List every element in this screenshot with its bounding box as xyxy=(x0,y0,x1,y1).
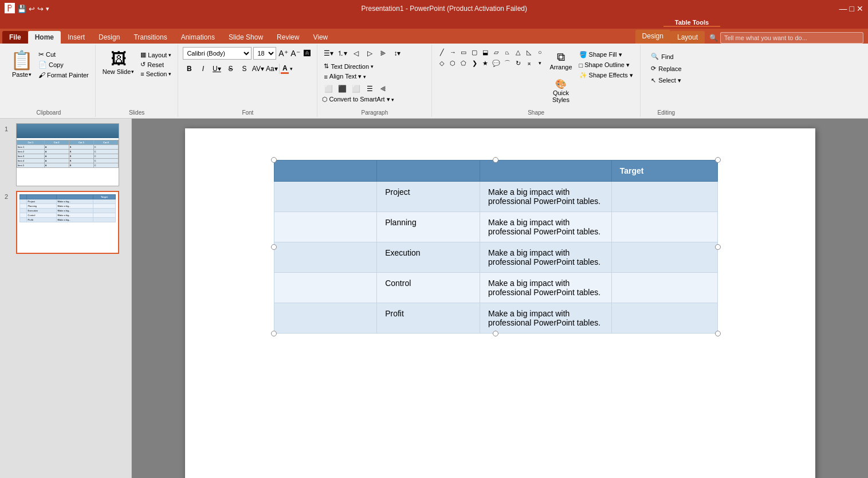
shape-pentagon[interactable]: ⬠ xyxy=(458,58,469,68)
undo-icon[interactable]: ↩ xyxy=(29,5,35,13)
shape-effects-button[interactable]: ✨ Shape Effects ▾ xyxy=(577,71,635,80)
row3-col4[interactable] xyxy=(611,242,717,273)
increase-font-size-button[interactable]: A⁺ xyxy=(278,48,288,58)
cut-button[interactable]: ✂ Cut xyxy=(37,50,91,59)
row4-col3[interactable]: Make a big impact with professional Powe… xyxy=(480,273,611,303)
slide-canvas[interactable]: Target Project Make a big impact with pr… xyxy=(185,128,815,478)
replace-button[interactable]: ⟳ Replace xyxy=(649,64,684,73)
handle-bot-center[interactable] xyxy=(493,331,498,336)
row2-col1[interactable] xyxy=(274,212,377,242)
col-count-button[interactable]: ⫷ xyxy=(377,83,390,95)
row1-col1[interactable] xyxy=(274,182,377,212)
col-button[interactable]: ⫸ xyxy=(377,47,390,60)
copy-button[interactable]: 📄 Copy xyxy=(37,60,91,69)
shape-snip-rect[interactable]: ⬓ xyxy=(480,47,490,57)
maximize-button[interactable]: □ xyxy=(850,4,854,13)
convert-smartart-dropdown[interactable]: ▾ xyxy=(391,97,394,103)
align-text-button[interactable]: ≡ Align Text ▾ ▾ xyxy=(322,72,368,81)
handle-top-left[interactable] xyxy=(271,157,277,163)
reset-button[interactable]: ↺ Reset xyxy=(139,60,173,69)
search-input[interactable] xyxy=(720,32,863,44)
arrange-button[interactable]: ⧉ Arrange xyxy=(547,47,574,74)
numbering-button[interactable]: ⒈▾ xyxy=(336,47,348,60)
select-button[interactable]: ↖ Select ▾ xyxy=(649,76,684,85)
shape-fill-button[interactable]: 🪣 Shape Fill ▾ xyxy=(577,50,635,59)
increase-indent-button[interactable]: ▷ xyxy=(363,47,376,60)
section-dropdown-icon[interactable]: ▾ xyxy=(168,71,171,77)
font-name-select[interactable]: Calibri (Body) xyxy=(183,47,252,60)
text-direction-button[interactable]: ⇅ Text Direction ▾ xyxy=(322,61,375,71)
decrease-indent-button[interactable]: ◁ xyxy=(349,47,362,60)
shape-parallelogram[interactable]: ▱ xyxy=(491,47,501,57)
shape-diamond[interactable]: ◇ xyxy=(437,58,447,68)
shape-ellipse[interactable]: ○ xyxy=(535,47,545,57)
underline-button[interactable]: U▾ xyxy=(210,62,223,75)
layout-button[interactable]: ▦ Layout ▾ xyxy=(139,50,173,59)
paste-dropdown-icon[interactable]: ▾ xyxy=(29,72,32,77)
tab-view[interactable]: View xyxy=(306,31,335,44)
minimize-button[interactable]: — xyxy=(839,4,847,13)
shape-trapezoid[interactable]: ⏢ xyxy=(502,47,512,57)
row5-col4[interactable] xyxy=(611,303,717,334)
shape-outline-button[interactable]: □ Shape Outline ▾ xyxy=(577,61,635,69)
tab-animations[interactable]: Animations xyxy=(174,31,222,44)
tab-slideshow[interactable]: Slide Show xyxy=(222,31,270,44)
row1-col2[interactable]: Project xyxy=(377,182,480,212)
slide-thumb-img-1[interactable]: Cat 1 Cat 2 Cat 3 Cat 4 Item 1ABC Item 2… xyxy=(16,123,119,186)
handle-top-center[interactable] xyxy=(493,157,498,163)
bullets-button[interactable]: ☰▾ xyxy=(322,47,335,60)
align-text-dropdown[interactable]: ▾ xyxy=(363,74,366,80)
tab-insert[interactable]: Insert xyxy=(61,31,92,44)
shape-right-triangle[interactable]: ◺ xyxy=(524,47,534,57)
new-slide-dropdown-icon[interactable]: ▾ xyxy=(131,69,134,75)
handle-top-right[interactable] xyxy=(715,157,721,163)
shape-chevron[interactable]: ❯ xyxy=(469,58,480,68)
new-slide-button[interactable]: 🖼 New Slide ▾ xyxy=(100,47,137,77)
handle-bot-left[interactable] xyxy=(271,331,277,336)
shape-arc[interactable]: ⌒ xyxy=(502,58,512,68)
redo-icon[interactable]: ↪ xyxy=(37,5,44,13)
slide-table[interactable]: Target Project Make a big impact with pr… xyxy=(274,160,718,334)
shape-arrow[interactable]: → xyxy=(447,47,458,57)
customize-qat-icon[interactable]: ▾ xyxy=(46,5,49,13)
decrease-font-size-button[interactable]: A⁻ xyxy=(290,48,300,58)
handle-mid-left[interactable] xyxy=(271,244,277,250)
shape-more[interactable]: ▾ xyxy=(535,58,545,68)
row4-col4[interactable] xyxy=(611,273,717,303)
shadow-button[interactable]: S xyxy=(238,62,250,75)
paste-button[interactable]: 📋 Paste ▾ xyxy=(7,47,37,80)
row1-col3[interactable]: Make a big impact with professional Powe… xyxy=(480,182,611,212)
row1-col4[interactable] xyxy=(611,182,717,212)
clear-formatting-button[interactable]: 🅰 xyxy=(302,48,312,58)
tab-tabletools-layout[interactable]: Layout xyxy=(670,31,705,44)
row5-col2[interactable]: Profit xyxy=(377,303,480,334)
font-color-dropdown-icon[interactable]: ▾ xyxy=(290,66,293,72)
shape-line[interactable]: ╱ xyxy=(437,47,447,57)
align-center-button[interactable]: ⬛ xyxy=(336,83,348,95)
tab-home[interactable]: Home xyxy=(28,31,61,44)
tab-file[interactable]: File xyxy=(2,31,28,44)
slide-thumb-2[interactable]: 2 Target xyxy=(5,191,127,254)
shape-rect[interactable]: ▭ xyxy=(458,47,469,57)
shape-curved-arr[interactable]: ↻ xyxy=(513,58,523,68)
strikethrough-button[interactable]: S xyxy=(224,62,237,75)
font-size-select[interactable]: 18 xyxy=(253,47,276,60)
row5-col3[interactable]: Make a big impact with professional Powe… xyxy=(480,303,611,334)
shape-triangle[interactable]: △ xyxy=(513,47,523,57)
justify-button[interactable]: ☰ xyxy=(363,83,376,95)
find-button[interactable]: 🔍 Find xyxy=(649,52,675,61)
line-spacing-button[interactable]: ↕▾ xyxy=(391,47,403,60)
char-spacing-button[interactable]: AV▾ xyxy=(252,62,264,75)
align-left-button[interactable]: ⬜ xyxy=(322,83,335,95)
tab-transitions[interactable]: Transitions xyxy=(127,31,174,44)
row4-col2[interactable]: Control xyxy=(377,273,480,303)
shape-rounded-rect[interactable]: ▢ xyxy=(469,47,480,57)
row3-col3[interactable]: Make a big impact with professional Powe… xyxy=(480,242,611,273)
text-dir-dropdown[interactable]: ▾ xyxy=(371,64,374,69)
row2-col2[interactable]: Planning xyxy=(377,212,480,242)
shape-star[interactable]: ★ xyxy=(480,58,490,68)
save-icon[interactable]: 💾 xyxy=(17,5,26,13)
bold-button[interactable]: B xyxy=(183,62,195,75)
tab-review[interactable]: Review xyxy=(270,31,306,44)
shape-callout[interactable]: 💬 xyxy=(491,58,501,68)
